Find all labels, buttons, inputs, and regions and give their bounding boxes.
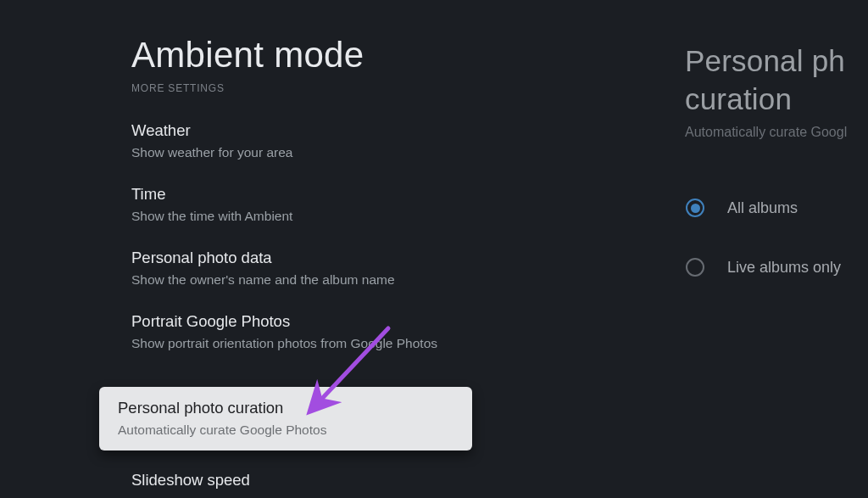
setting-item-personal-photo-curation[interactable]: Personal photo curation Automatically cu… (99, 387, 472, 450)
curation-radio-group: All albums Live albums only (685, 178, 841, 297)
radio-label: Live albums only (727, 259, 841, 277)
panel-title-line2: curation (685, 82, 792, 115)
radio-option-live-albums-only[interactable]: Live albums only (685, 238, 841, 297)
radio-label: All albums (727, 199, 798, 217)
setting-item-personal-photo-data[interactable]: Personal photo data Show the owner's nam… (131, 249, 504, 288)
setting-item-time[interactable]: Time Show the time with Ambient (131, 185, 504, 224)
radio-selected-icon (685, 198, 705, 218)
radio-option-all-albums[interactable]: All albums (685, 178, 841, 238)
setting-title: Weather (131, 121, 504, 140)
panel-description: Automatically curate Googl (685, 125, 847, 140)
radio-unselected-icon (685, 257, 705, 277)
setting-item-weather[interactable]: Weather Show weather for your area (131, 121, 504, 160)
section-label-more-settings: MORE SETTINGS (131, 82, 225, 94)
setting-title: Personal photo data (131, 249, 504, 267)
setting-item-portrait-google-photos[interactable]: Portrait Google Photos Show portrait ori… (131, 312, 504, 351)
setting-title: Portrait Google Photos (131, 312, 504, 331)
panel-title-line1: Personal ph (685, 44, 845, 77)
setting-desc: Show portrait orientation photos from Go… (131, 336, 504, 351)
settings-list: Weather Show weather for your area Time … (131, 121, 504, 376)
setting-desc: Show weather for your area (131, 145, 504, 160)
personal-photo-curation-panel: Personal ph curation Automatically curat… (664, 0, 868, 498)
setting-item-slideshow-speed[interactable]: Slideshow speed (131, 471, 250, 495)
setting-title: Personal photo curation (118, 399, 453, 417)
setting-title: Time (131, 185, 504, 204)
panel-title: Personal ph curation (685, 42, 845, 119)
setting-desc: Show the owner's name and the album name (131, 272, 504, 288)
setting-desc: Show the time with Ambient (131, 209, 504, 224)
ambient-mode-panel: Ambient mode MORE SETTINGS Weather Show … (0, 0, 644, 498)
page-title: Ambient mode (131, 35, 364, 76)
setting-title: Slideshow speed (131, 471, 250, 490)
setting-desc: Automatically curate Google Photos (118, 422, 453, 438)
